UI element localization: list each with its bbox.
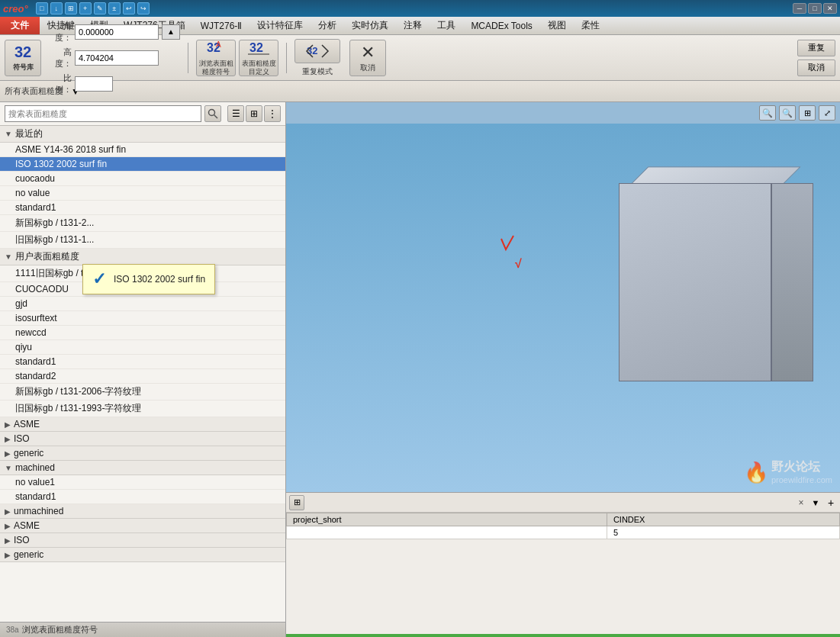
cancel-button[interactable]: ✕ 取消 — [349, 40, 386, 76]
tree-item-jiuguobiao-recent[interactable]: 旧国标gb / t131-1... — [0, 232, 285, 249]
tree-item-xinguobiao-recent[interactable]: 新国标gb / t131-2... — [0, 215, 285, 232]
title-icon-6[interactable]: ± — [108, 2, 121, 14]
tooltip-text: ISO 1302 2002 surf fin — [114, 274, 205, 285]
zoom-out-button[interactable]: 🔍 — [779, 105, 796, 121]
title-icon-8[interactable]: ↪ — [137, 2, 150, 14]
menu-view[interactable]: 视图 — [540, 17, 574, 34]
close-button[interactable]: ✕ — [823, 3, 837, 14]
app-logo: creo° — [3, 3, 28, 14]
cancel-bottom-button[interactable]: 取消 — [797, 60, 835, 76]
tree-item-novalue[interactable]: no value — [0, 186, 285, 201]
window-controls[interactable]: ─ □ ✕ — [793, 3, 837, 14]
left-panel: ☰ ⊞ ⋮ ▼ 最近的 ASME Y14-36 2018 surf fin IS… — [0, 102, 286, 637]
title-bar-icons: □ ↓ ⊞ + ✎ ± ↩ ↪ — [36, 2, 150, 14]
height-input[interactable] — [75, 50, 159, 66]
symbol-library-button[interactable]: 32 符号库 — [5, 40, 41, 76]
minimize-button[interactable]: ─ — [793, 3, 806, 14]
maximize-button[interactable]: □ — [808, 3, 822, 14]
view-expand-button[interactable]: ⤢ — [819, 105, 835, 121]
iso2-header[interactable]: ▶ ISO — [0, 533, 285, 548]
bottom-add-button[interactable]: + — [825, 497, 837, 509]
tree-item-isosurftext[interactable]: isosurftext — [0, 311, 285, 326]
bottom-dropdown-button[interactable]: ▼ — [809, 497, 822, 509]
browse-surface-finish-button[interactable]: 32 A 浏览表面粗糙度符号 — [196, 40, 236, 76]
view-top-bar: 🔍 🔍 ⊞ ⤢ — [286, 102, 840, 124]
ratio-row: 比例： — [49, 72, 180, 95]
tree-item-novalue1[interactable]: no value1 — [0, 475, 285, 490]
tree-item-iso1302[interactable]: ISO 1302 2002 surf fin — [0, 157, 285, 172]
user-surfaces-header[interactable]: ▼ 用户表面粗糙度 — [0, 249, 285, 265]
asme2-label: ASME — [14, 520, 40, 531]
repeat-button[interactable]: 重复 — [797, 40, 835, 56]
iso-arrow: ▶ — [5, 435, 11, 443]
menu-mcadex[interactable]: MCADEx Tools — [463, 17, 539, 34]
menu-analysis[interactable]: 分析 — [311, 17, 344, 34]
title-icon-5[interactable]: ✎ — [94, 2, 106, 14]
options-view-button[interactable]: ⋮ — [264, 105, 281, 122]
browse-label-2: 表面粗糙度目定义 — [241, 60, 276, 76]
iso-header[interactable]: ▶ ISO — [0, 432, 285, 446]
ratio-input[interactable] — [75, 76, 113, 92]
table-icon-button[interactable]: ⊞ — [289, 495, 304, 510]
height-label: 高度： — [49, 47, 72, 69]
toolbar-inputs: 角度： ▲ 高度： 比例： — [49, 21, 180, 95]
repeat-mode-section: 32 重复模式 — [294, 39, 340, 77]
tree-item-xinguobiao-user[interactable]: 新国标gb / t131-2006-字符纹理 — [0, 384, 285, 401]
title-icon-3[interactable]: ⊞ — [65, 2, 77, 14]
generic-header[interactable]: ▶ generic — [0, 446, 285, 461]
left-status-bar: 38a 浏览表面粗糙度符号 — [0, 622, 285, 637]
table-header-cindex: CINDEX — [607, 513, 839, 526]
tree-item-standard1-machined[interactable]: standard1 — [0, 490, 285, 504]
title-icon-7[interactable]: ↩ — [123, 2, 135, 14]
bottom-table: project_short CINDEX 5 — [286, 513, 840, 634]
tree-item-gjd[interactable]: gjd — [0, 297, 285, 311]
unmachined-label: unmachined — [14, 506, 63, 516]
menu-design[interactable]: 设计特征库 — [249, 17, 311, 34]
asme2-header[interactable]: ▶ ASME — [0, 519, 285, 533]
search-button[interactable] — [204, 105, 221, 122]
repeat-mode-button[interactable]: 32 — [294, 39, 340, 63]
table-cell-cindex: 5 — [607, 526, 839, 539]
define-surface-finish-button[interactable]: 32 表面粗糙度目定义 — [239, 40, 278, 76]
menu-tools[interactable]: 工具 — [430, 17, 463, 34]
menu-file[interactable]: 文件 — [0, 17, 40, 34]
title-icon-4[interactable]: + — [79, 2, 92, 14]
generic2-label: generic — [14, 549, 43, 560]
list-view-button[interactable]: ☰ — [227, 105, 244, 122]
recent-header[interactable]: ▼ 最近的 — [0, 126, 285, 143]
machined-header[interactable]: ▼ machined — [0, 461, 285, 475]
tree-item-qiyu[interactable]: qiyu — [0, 340, 285, 355]
angle-increment[interactable]: ▲ — [162, 24, 180, 40]
menu-flex[interactable]: 柔性 — [574, 17, 607, 34]
search-input[interactable] — [5, 105, 201, 122]
asme-header[interactable]: ▶ ASME — [0, 417, 285, 432]
tree-item-newccd[interactable]: newccd — [0, 326, 285, 340]
generic-arrow: ▶ — [5, 449, 11, 458]
bottom-toolbar: ⊞ × ▼ + — [286, 493, 840, 513]
tree-item-standard1-recent[interactable]: standard1 — [0, 201, 285, 215]
asme-arrow: ▶ — [5, 420, 11, 429]
generic2-header[interactable]: ▶ generic — [0, 548, 285, 562]
grid-view-button[interactable]: ⊞ — [246, 105, 262, 122]
unmachined-header[interactable]: ▶ unmachined — [0, 504, 285, 519]
tree-item-asme[interactable]: ASME Y14-36 2018 surf fin — [0, 143, 285, 157]
view-icons: ☰ ⊞ ⋮ — [227, 105, 281, 122]
table-row: 5 — [287, 526, 840, 539]
tree-item-standard2-user[interactable]: standard2 — [0, 369, 285, 384]
bottom-close-button[interactable]: × — [796, 497, 806, 508]
tree-item-cuocaodu[interactable]: cuocaodu — [0, 172, 285, 186]
tree-item-standard1-user[interactable]: standard1 — [0, 355, 285, 369]
view-options-button[interactable]: ⊞ — [799, 105, 816, 121]
machined-label: machined — [15, 462, 55, 473]
menu-annotation[interactable]: 注释 — [396, 17, 430, 34]
search-icon — [208, 108, 218, 119]
browse-icon-1: 32 A — [205, 40, 227, 58]
title-icon-2[interactable]: ↓ — [50, 2, 63, 14]
toolbar-divider-1 — [188, 43, 188, 73]
tree-item-jiuguobiao-user[interactable]: 旧国标gb / t131-1993-字符纹理 — [0, 401, 285, 417]
zoom-in-button[interactable]: 🔍 — [759, 105, 776, 121]
angle-input[interactable] — [75, 24, 159, 40]
menu-wjt276-2[interactable]: WJT276-Ⅱ — [193, 17, 250, 34]
title-icon-1[interactable]: □ — [36, 2, 48, 14]
menu-simulation[interactable]: 实时仿真 — [344, 17, 396, 34]
